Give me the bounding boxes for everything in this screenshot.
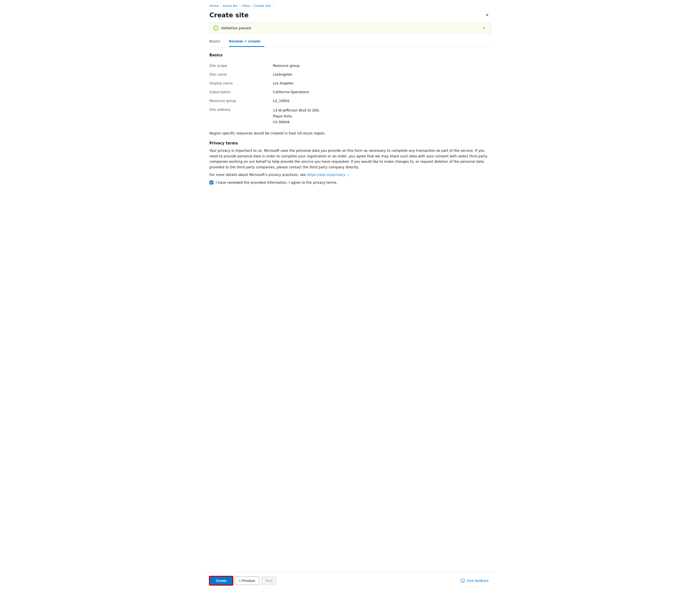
close-button[interactable]: × xyxy=(484,11,491,18)
breadcrumb-create-site[interactable]: Create site xyxy=(254,4,271,8)
table-row-resource-group: Resource group LA_10001 xyxy=(209,96,491,105)
field-value-subscription: California-Operations xyxy=(273,87,491,96)
privacy-link-row: For more details about Microsoft's priva… xyxy=(209,173,491,177)
next-button: Next xyxy=(261,577,277,585)
breadcrumb-azure-arc[interactable]: Azure Arc xyxy=(223,4,238,8)
privacy-checkbox-row: I have reviewed the provided information… xyxy=(209,181,491,184)
svg-point-2 xyxy=(463,580,464,580)
field-value-site-scope: Resource group xyxy=(273,61,491,70)
field-label-site-address: Site address xyxy=(209,105,273,127)
privacy-checkbox[interactable] xyxy=(209,181,213,184)
privacy-link[interactable]: https://aka.ms/privacy xyxy=(307,173,345,177)
page-wrapper: Home › Azure Arc › Sites › Create site ›… xyxy=(204,0,496,589)
feedback-label: Give feedback xyxy=(467,579,489,583)
give-feedback-button[interactable]: Give feedback xyxy=(459,578,491,584)
field-label-display-name: Display name xyxy=(209,79,273,87)
privacy-checkbox-label: I have reviewed the provided information… xyxy=(216,181,338,184)
external-link-icon: ↗ xyxy=(347,174,349,177)
field-value-display-name: Los Angeles xyxy=(273,79,491,87)
validation-left: Validation passed xyxy=(213,26,251,30)
table-row-site-name: Site name LosAngeles xyxy=(209,70,491,79)
field-value-site-address: 13 W Jefferson Blvd St 200,Playa Vista,C… xyxy=(273,105,491,127)
validation-success-icon xyxy=(213,26,218,30)
previous-button[interactable]: < Previous xyxy=(235,577,259,585)
table-row-site-address: Site address 13 W Jefferson Blvd St 200,… xyxy=(209,105,491,127)
table-row-subscription: Subscription California-Operations xyxy=(209,87,491,96)
field-label-site-scope: Site scope xyxy=(209,61,273,70)
field-label-site-name: Site name xyxy=(209,70,273,79)
privacy-link-prefix: For more details about Microsoft's priva… xyxy=(209,173,307,177)
table-row-site-scope: Site scope Resource group xyxy=(209,61,491,70)
create-button[interactable]: Create xyxy=(209,576,233,585)
breadcrumb-sites[interactable]: Sites xyxy=(242,4,250,8)
breadcrumb-sep-3: › xyxy=(251,4,252,7)
page-title: Create site xyxy=(209,11,249,19)
validation-text: Validation passed xyxy=(221,26,251,30)
feedback-icon xyxy=(461,579,465,583)
page-header: Create site × xyxy=(204,9,496,23)
footer-left-buttons: Create < Previous Next xyxy=(209,576,277,585)
breadcrumb-home[interactable]: Home xyxy=(209,4,219,8)
field-value-site-name: LosAngeles xyxy=(273,70,491,79)
breadcrumb: Home › Azure Arc › Sites › Create site › xyxy=(204,0,496,9)
privacy-title: Privacy terms xyxy=(209,141,491,146)
tab-basics[interactable]: Basics xyxy=(209,37,224,47)
field-label-resource-group: Resource group xyxy=(209,96,273,105)
svg-point-1 xyxy=(462,580,462,580)
footer: Create < Previous Next Give feedback xyxy=(204,572,496,589)
fields-table: Site scope Resource group Site name LosA… xyxy=(209,61,491,127)
privacy-body: Your privacy is important to us. Microso… xyxy=(209,148,491,170)
svg-point-0 xyxy=(461,579,465,583)
field-label-subscription: Subscription xyxy=(209,87,273,96)
tab-review-create[interactable]: Review + create xyxy=(229,37,264,47)
tabs-container: Basics Review + create xyxy=(209,37,491,47)
breadcrumb-sep-4: › xyxy=(273,4,274,7)
breadcrumb-sep-2: › xyxy=(239,4,240,7)
validation-banner: Validation passed × xyxy=(209,23,491,33)
table-row-display-name: Display name Los Angeles xyxy=(209,79,491,87)
basics-section-title: Basics xyxy=(209,53,491,57)
field-value-resource-group: LA_10001 xyxy=(273,96,491,105)
validation-close-button[interactable]: × xyxy=(481,25,487,31)
region-note: Region specific resources would be creat… xyxy=(209,131,491,135)
main-content: Basics Site scope Resource group Site na… xyxy=(204,47,496,572)
breadcrumb-sep-1: › xyxy=(220,4,221,7)
